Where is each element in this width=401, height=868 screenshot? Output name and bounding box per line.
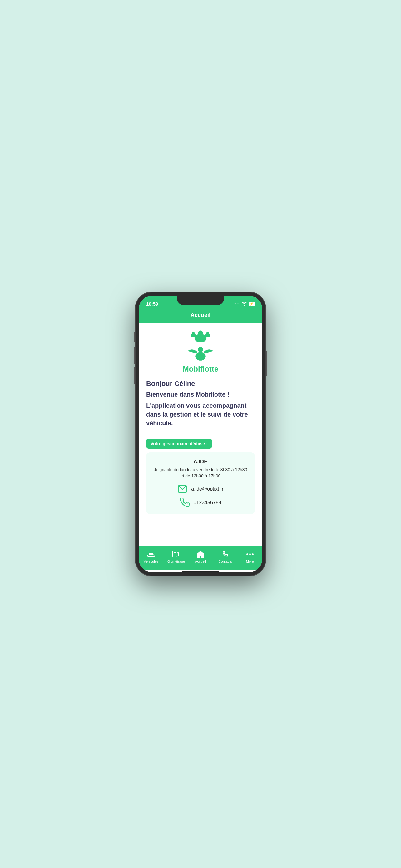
- logo-container: Mobiflotte: [146, 329, 255, 373]
- status-icons: ···· ⚡: [234, 302, 255, 306]
- nav-item-vehicules[interactable]: Véhicules: [142, 550, 161, 563]
- phone-frame: 10:59 ···· ⚡ Accueil: [135, 292, 266, 576]
- svg-point-0: [244, 305, 245, 306]
- home-indicator: [182, 571, 219, 572]
- phone-number: 0123456789: [194, 500, 222, 505]
- nav-label-more: More: [246, 560, 254, 563]
- email-icon: [177, 484, 188, 494]
- svg-point-8: [153, 556, 154, 557]
- battery-icon: ⚡: [248, 302, 255, 306]
- more-dots-icon: [246, 550, 254, 558]
- nav-item-accueil[interactable]: Accueil: [191, 550, 210, 563]
- side-button-vol-down: [134, 367, 135, 384]
- contacts-phone-icon: [221, 550, 230, 558]
- nav-item-kilometrage[interactable]: Kilométrage: [166, 550, 185, 563]
- svg-point-2: [198, 331, 203, 335]
- fuel-icon: [171, 550, 180, 558]
- side-button-vol-up: [134, 346, 135, 364]
- signal-dots-icon: ····: [234, 302, 240, 306]
- manager-card: A.IDE Joignable du lundi au vendredi de …: [146, 453, 255, 514]
- mobiflotte-logo-icon: [188, 329, 213, 345]
- greeting-text: Bonjour Céline: [146, 380, 255, 388]
- status-time: 10:59: [146, 301, 158, 307]
- bottom-navigation: Véhicules Kilométrage Accueil: [139, 547, 262, 569]
- notch: [177, 296, 224, 305]
- nav-item-contacts[interactable]: Contacts: [216, 550, 235, 563]
- logo-text: Mobiflotte: [183, 365, 219, 373]
- nav-label-contacts: Contacts: [218, 560, 232, 563]
- phone-contact[interactable]: 0123456789: [180, 498, 222, 508]
- app-header: Accueil: [139, 309, 262, 323]
- nav-label-vehicules: Véhicules: [144, 560, 159, 563]
- welcome-section: Bonjour Céline Bienvenue dans Mobiflotte…: [146, 380, 255, 428]
- description-text: L'application vous accompagnant dans la …: [146, 401, 255, 428]
- header-title: Accueil: [191, 312, 210, 318]
- manager-section: Votre gestionnaire dédié.e : A.IDE Joign…: [146, 439, 255, 514]
- nav-label-accueil: Accueil: [195, 560, 206, 563]
- welcome-line: Bienvenue dans Mobiflotte !: [146, 391, 255, 398]
- side-button-power: [266, 351, 267, 376]
- svg-point-7: [149, 556, 150, 557]
- manager-hours: Joignable du lundi au vendredi de 8h30 à…: [153, 467, 248, 479]
- email-contact[interactable]: a.ide@optixt.fr: [177, 484, 223, 494]
- nav-item-more[interactable]: More: [240, 550, 259, 563]
- car-icon: [147, 550, 156, 558]
- svg-rect-6: [147, 555, 155, 556]
- phone-screen: 10:59 ···· ⚡ Accueil: [139, 296, 262, 572]
- phone-icon: [180, 498, 190, 508]
- manager-contacts: a.ide@optixt.fr 0123456789: [153, 484, 248, 508]
- svg-point-4: [195, 352, 205, 361]
- main-content: Mobiflotte Bonjour Céline Bienvenue dans…: [139, 323, 262, 547]
- svg-point-3: [198, 347, 203, 352]
- side-button-mute: [134, 333, 135, 342]
- mobiflotte-logo-graphic: [185, 345, 216, 363]
- email-address: a.ide@optixt.fr: [191, 486, 223, 492]
- home-icon: [196, 550, 205, 558]
- wifi-icon: [241, 302, 247, 306]
- manager-badge: Votre gestionnaire dédié.e :: [146, 439, 212, 449]
- manager-name: A.IDE: [153, 459, 248, 465]
- nav-label-kilometrage: Kilométrage: [166, 560, 185, 563]
